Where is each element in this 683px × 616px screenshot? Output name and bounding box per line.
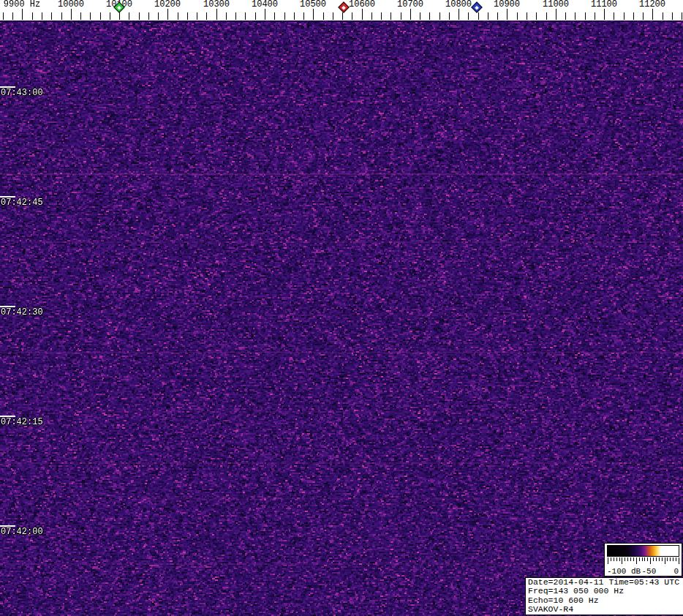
db-tick xyxy=(633,557,634,561)
ruler-tick xyxy=(390,12,391,20)
ruler-tick xyxy=(624,12,624,20)
db-tick xyxy=(659,557,660,561)
db-tick xyxy=(642,557,643,561)
freq-tick-label: 10800 xyxy=(445,0,472,9)
ruler-tick xyxy=(274,12,275,20)
db-tick xyxy=(630,557,631,561)
colormap-gradient xyxy=(607,545,679,557)
db-min-label: -100 dB xyxy=(607,567,641,576)
ruler-tick xyxy=(401,12,401,20)
ruler-tick xyxy=(575,12,576,20)
ruler-tick xyxy=(333,12,333,20)
ruler-tick xyxy=(110,12,110,20)
freq-tick-label: 11200 xyxy=(639,0,665,9)
freq-tick-label: 11100 xyxy=(591,0,617,9)
time-tick-label: 07:42:00 xyxy=(1,527,43,536)
db-max-label: 0 xyxy=(673,567,679,576)
ruler-tick xyxy=(546,12,547,20)
ruler-tick xyxy=(235,12,236,20)
ruler-tick xyxy=(178,12,178,20)
ruler-tick xyxy=(614,12,614,20)
ruler-tick xyxy=(255,12,256,20)
frequency-ruler: 9900 Hz100001010010200103001040010500106… xyxy=(0,0,683,20)
db-color-scale: -100 dB -50 0 xyxy=(604,543,682,576)
ruler-tick xyxy=(459,9,459,20)
db-scale-labels: -100 dB -50 0 xyxy=(607,566,679,576)
ruler-tick xyxy=(197,12,197,20)
ruler-tick xyxy=(61,12,62,20)
db-tick xyxy=(647,557,648,561)
ruler-tick xyxy=(216,9,217,20)
ruler-tick xyxy=(652,9,653,20)
ruler-tick xyxy=(167,9,168,20)
db-tick xyxy=(619,557,620,561)
ruler-tick xyxy=(294,12,295,20)
ruler-tick xyxy=(284,12,285,20)
ruler-tick xyxy=(663,12,663,20)
time-tick-label: 07:42:15 xyxy=(1,418,43,427)
marker-diamond-red[interactable] xyxy=(338,1,350,13)
ruler-tick xyxy=(100,12,101,20)
ruler-tick xyxy=(536,12,537,20)
db-tick xyxy=(679,557,679,564)
ruler-tick xyxy=(429,12,430,20)
db-tick xyxy=(670,557,671,561)
ruler-tick xyxy=(439,12,440,20)
marker-core xyxy=(342,5,346,10)
ruler-tick xyxy=(595,12,595,20)
db-tick xyxy=(608,557,608,564)
db-tick xyxy=(656,557,657,561)
ruler-tick xyxy=(129,12,129,20)
ruler-tick xyxy=(12,12,13,20)
db-tick xyxy=(636,557,637,564)
ruler-tick xyxy=(381,12,382,20)
ruler-tick xyxy=(71,9,72,20)
ruler-tick xyxy=(313,9,314,20)
ruler-tick xyxy=(42,12,42,20)
info-frequency: Freq=143 050 000 Hz xyxy=(528,587,683,596)
db-scale-ticks xyxy=(608,557,679,565)
ruler-tick xyxy=(187,12,188,20)
freq-tick-label: 10900 xyxy=(494,0,520,9)
db-tick xyxy=(611,557,611,561)
marker-diamond-blue[interactable] xyxy=(471,1,483,13)
ruler-tick xyxy=(604,9,605,20)
ruler-tick xyxy=(488,12,488,20)
db-tick xyxy=(627,557,628,561)
db-tick xyxy=(667,557,668,561)
freq-tick-label: 9900 Hz xyxy=(4,0,40,9)
db-mid-label: -50 xyxy=(642,567,657,576)
db-tick xyxy=(644,557,645,561)
ruler-tick xyxy=(22,9,23,20)
ruler-tick xyxy=(410,9,411,20)
ruler-tick xyxy=(352,12,352,20)
ruler-tick xyxy=(362,9,363,20)
freq-tick-label: 11000 xyxy=(543,0,569,9)
spectrogram-window: 9900 Hz100001010010200103001040010500106… xyxy=(0,0,683,616)
db-tick xyxy=(650,557,651,564)
ruler-tick xyxy=(323,12,324,20)
db-tick xyxy=(639,557,640,561)
ruler-tick xyxy=(507,9,507,20)
freq-tick-label: 10200 xyxy=(154,0,181,9)
ruler-tick xyxy=(420,12,420,20)
ruler-tick xyxy=(139,12,140,20)
info-station-id: SVAKOV-R4 xyxy=(528,605,683,614)
marker-core xyxy=(475,5,479,10)
db-tick xyxy=(662,557,663,561)
ruler-tick xyxy=(303,12,304,20)
db-tick xyxy=(622,557,622,564)
time-tick-label: 07:42:45 xyxy=(1,198,43,207)
ruler-tick xyxy=(565,12,566,20)
db-tick xyxy=(653,557,654,561)
db-tick xyxy=(616,557,617,561)
marker-core xyxy=(117,5,121,10)
ruler-tick xyxy=(158,12,159,20)
db-tick xyxy=(624,557,625,561)
ruler-tick xyxy=(342,12,343,20)
db-tick xyxy=(676,557,676,561)
ruler-tick xyxy=(51,12,52,20)
ruler-tick xyxy=(633,12,634,20)
time-tick-label: 07:42:30 xyxy=(1,308,43,317)
ruler-tick xyxy=(672,12,673,20)
